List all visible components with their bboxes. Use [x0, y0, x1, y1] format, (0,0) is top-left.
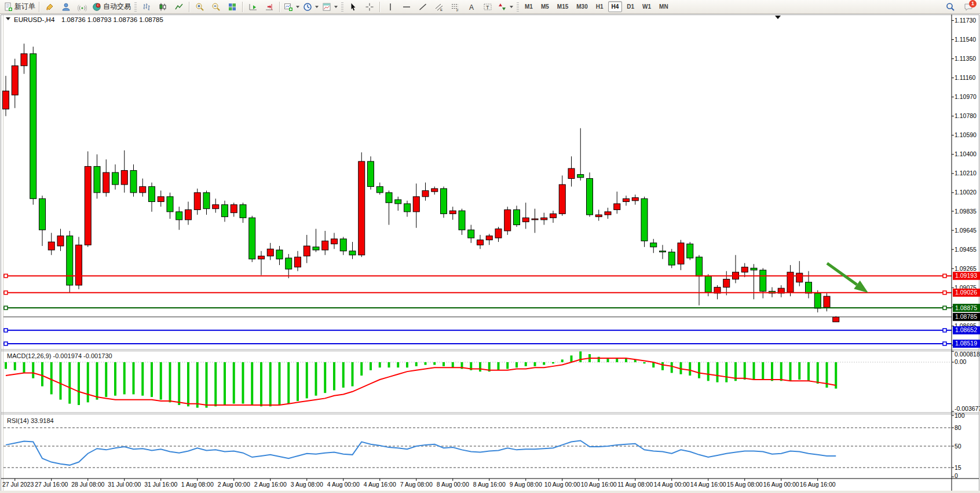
timeframe-d1[interactable]: D1: [623, 1, 638, 12]
toolbar: 新订单自动交易EFATM1M5M15M30H1H4D1W1MN1: [0, 0, 980, 14]
support-line-blue-2[interactable]: [3, 342, 952, 345]
horizontal-line-icon[interactable]: [398, 1, 415, 13]
signal-icon[interactable]: [74, 1, 90, 13]
toolbar-group-7: EFAT: [382, 1, 515, 13]
indicators-icon[interactable]: [282, 1, 301, 13]
time-tick-label: 14 Aug 00:00: [654, 481, 690, 488]
toolbar-group-2: [138, 1, 187, 13]
new-order-label: 新订单: [14, 2, 35, 12]
time-tick-label: 8 Aug 00:00: [437, 481, 469, 488]
price-tick-label: 1.10020: [955, 189, 977, 196]
toolbar-right: 1: [942, 1, 978, 13]
chart-window[interactable]: 1.117301.115401.113501.111601.109701.107…: [0, 14, 980, 493]
price-axis[interactable]: 1.117301.115401.113501.111601.109701.107…: [952, 14, 977, 491]
price-tick-label: 1.11540: [955, 36, 976, 43]
text-icon[interactable]: A: [463, 1, 480, 13]
chart-shift-marker[interactable]: [775, 16, 781, 19]
rsi-pane: 1008050150: [3, 412, 965, 479]
line-handle: [4, 306, 8, 310]
chart-title: EURUSD-,H4 1.08736 1.08793 1.08736 1.087…: [6, 16, 163, 23]
svg-text:F: F: [456, 8, 459, 12]
profile-icon[interactable]: [58, 1, 74, 13]
ohlc-values: 1.08736 1.08793 1.08736 1.08785: [61, 16, 163, 23]
candlestick-chart-icon[interactable]: [155, 1, 171, 13]
chat-button[interactable]: 1: [962, 1, 975, 13]
line-price-label: 1.08519: [955, 340, 977, 347]
toolbar-separator: [242, 2, 243, 12]
scroll-to-end-icon[interactable]: [245, 1, 261, 13]
styler-icon[interactable]: [42, 1, 58, 13]
toolbar-separator: [517, 2, 519, 12]
vertical-line-icon[interactable]: [382, 1, 398, 13]
symbol-title: EURUSD-,H4: [14, 16, 55, 23]
cursor-icon[interactable]: [345, 1, 361, 13]
toolbar-separator: [279, 2, 280, 12]
macd-pane: 0.0008180.00-0.003677: [3, 351, 980, 412]
timeframe-m30[interactable]: M30: [573, 1, 591, 12]
line-handle: [943, 291, 946, 295]
time-tick-label: 15 Aug 08:00: [727, 481, 763, 488]
macd-scale-label: 0.000818: [955, 351, 980, 358]
macd-signal-line: [6, 358, 836, 405]
timeframe-w1[interactable]: W1: [639, 1, 654, 12]
price-tick-label: 1.10780: [955, 112, 977, 119]
bar-chart-icon[interactable]: [138, 1, 155, 13]
time-tick-label: 27 Jul 2023: [2, 481, 34, 488]
toolbar-group-1: 自动交易: [42, 1, 133, 13]
support-line-green[interactable]: [3, 306, 952, 310]
svg-text:T: T: [486, 4, 489, 10]
tile-windows-icon[interactable]: [224, 1, 240, 13]
timeframe-m15[interactable]: M15: [554, 1, 572, 12]
zoom-in-icon[interactable]: [192, 1, 208, 13]
periods-icon[interactable]: [301, 1, 320, 13]
window-menu-icon[interactable]: [6, 17, 10, 20]
templates-icon[interactable]: [320, 1, 339, 13]
rsi-scale-label: 100: [955, 412, 965, 419]
toolbar-separator: [134, 2, 137, 12]
toolbar-separator: [379, 2, 381, 12]
time-axis[interactable]: 27 Jul 202327 Jul 16:0028 Jul 08:0031 Ju…: [0, 479, 980, 493]
trend-arrow[interactable]: [827, 263, 868, 293]
time-tick-label: 10 Aug 16:00: [581, 481, 617, 488]
line-handle: [4, 291, 8, 295]
rsi-scale-label: 50: [955, 443, 961, 450]
timeframe-h4[interactable]: H4: [608, 1, 623, 12]
line-handle: [4, 329, 8, 332]
timeframe-m1[interactable]: M1: [521, 1, 536, 12]
toolbar-group-0: 新订单: [2, 1, 37, 13]
text-label-icon[interactable]: T: [480, 1, 496, 13]
time-tick-label: 4 Aug 16:00: [364, 481, 396, 488]
price-tick-label: 1.11350: [955, 55, 976, 62]
line-chart-icon[interactable]: [171, 1, 187, 13]
resistance-line-1[interactable]: [3, 274, 952, 278]
fibonacci-icon[interactable]: F: [447, 1, 463, 13]
price-tick-label: 1.11730: [955, 17, 976, 24]
line-handle: [943, 274, 946, 278]
timeframe-mn[interactable]: MN: [656, 1, 672, 12]
trendline-icon[interactable]: [415, 1, 431, 13]
price-tick-label: 1.09645: [955, 227, 977, 234]
price-tick-label: 1.09835: [955, 208, 977, 215]
timeframe-h1[interactable]: H1: [593, 1, 607, 12]
autotrade-icon[interactable]: 自动交易: [90, 1, 133, 13]
macd-label: MACD(12,26,9) -0.001974 -0.001730: [7, 352, 112, 359]
rsi-scale-label: 15: [955, 464, 961, 471]
time-tick-label: 4 Aug 00:00: [327, 481, 360, 488]
support-line-blue-1[interactable]: [3, 329, 952, 332]
timeframe-m5[interactable]: M5: [537, 1, 553, 12]
zoom-out-icon[interactable]: [208, 1, 224, 13]
candles-layer: [3, 43, 839, 322]
rsi-scale-label: 0: [955, 472, 958, 479]
line-handle: [943, 342, 946, 345]
time-tick-label: 28 Jul 08:00: [71, 481, 104, 488]
equidistant-channel-icon[interactable]: E: [431, 1, 447, 13]
chart-shift-icon[interactable]: [261, 1, 277, 13]
time-tick-label: 2 Aug 00:00: [218, 481, 250, 488]
new-order-icon[interactable]: 新订单: [2, 1, 37, 13]
toolbar-separator: [341, 2, 343, 12]
chart-canvas[interactable]: 1.117301.115401.113501.111601.109701.107…: [0, 14, 980, 493]
time-tick-label: 2 Aug 16:00: [254, 481, 287, 488]
crosshair-icon[interactable]: [361, 1, 378, 13]
arrows-icon[interactable]: [496, 1, 515, 13]
search-icon[interactable]: [942, 1, 959, 13]
